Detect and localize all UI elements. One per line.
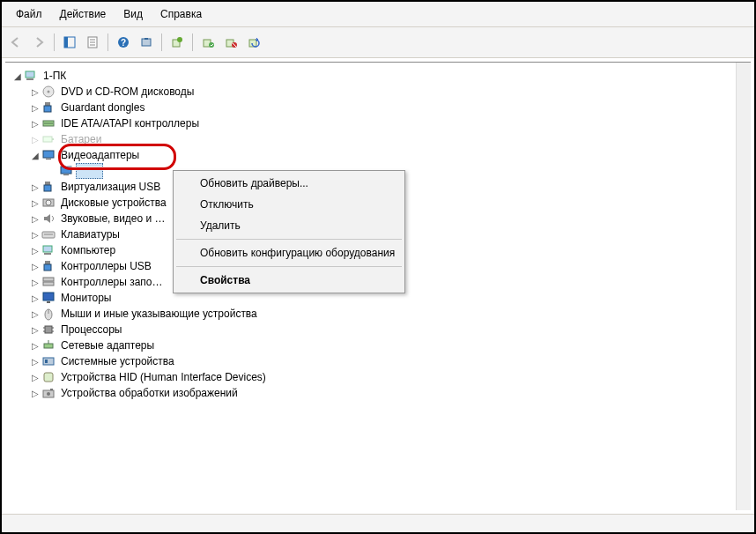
vertical-scrollbar[interactable] (736, 63, 751, 510)
show-hide-tree-button[interactable] (59, 32, 80, 53)
expand-icon[interactable]: ▷ (30, 214, 40, 224)
ctx-separator (176, 239, 402, 240)
node-label: Устройства обработки изображений (58, 386, 241, 400)
tree-node[interactable]: ▷Мыши и иные указывающие устройства (30, 306, 749, 322)
svg-rect-39 (44, 264, 51, 271)
storage-icon (41, 275, 56, 289)
svg-rect-30 (45, 182, 50, 185)
expand-icon[interactable]: ▷ (30, 293, 40, 303)
tree-node[interactable]: ▷IDE ATA/ATAPI контроллеры (30, 115, 749, 131)
ctx-refresh-config[interactable]: Обновить конфигурацию оборудования (175, 242, 403, 263)
node-label: Guardant dongles (58, 100, 147, 115)
svg-rect-37 (44, 253, 51, 255)
back-button (5, 32, 26, 53)
monitor-icon (41, 291, 56, 305)
node-label: Контроллеры USB (58, 259, 154, 273)
svg-point-57 (47, 392, 50, 396)
toolbar-separator (161, 33, 162, 51)
expand-icon[interactable]: ▷ (30, 325, 40, 335)
svg-rect-29 (63, 174, 69, 175)
enable-button[interactable] (243, 32, 264, 53)
expand-icon[interactable]: ▷ (30, 262, 40, 271)
expand-icon[interactable]: ▷ (30, 119, 40, 129)
menubar: Файл Действие Вид Справка (2, 2, 754, 27)
menu-view[interactable]: Вид (115, 5, 152, 23)
svg-rect-54 (45, 360, 48, 363)
menu-help[interactable]: Справка (152, 5, 211, 23)
tree-node[interactable]: ▷Guardant dongles (30, 100, 749, 115)
tree-node[interactable]: ▷Устройства обработки изображений (30, 385, 749, 401)
expand-icon[interactable]: ▷ (30, 198, 40, 208)
toolbar-separator (192, 33, 193, 51)
tree-node[interactable]: ◢Видеоадаптеры (30, 147, 749, 163)
expand-icon[interactable]: ▷ (30, 135, 40, 145)
svg-rect-25 (52, 138, 54, 140)
expand-icon[interactable]: ◢ (30, 151, 40, 160)
node-label: Контроллеры запо… (58, 275, 166, 289)
tree-node[interactable]: ▷Батареи (30, 131, 749, 147)
menu-file[interactable]: Файл (7, 5, 51, 23)
svg-rect-31 (44, 185, 51, 191)
svg-rect-53 (43, 358, 54, 365)
node-label: Процессоры (58, 323, 125, 337)
uninstall-button[interactable] (197, 32, 219, 53)
node-label: DVD и CD-ROM дисководы (58, 85, 196, 99)
toolbar: ? (2, 27, 754, 58)
expand-icon[interactable]: ▷ (30, 373, 40, 382)
svg-rect-42 (43, 293, 54, 300)
tree-root[interactable]: ◢1-ПК (12, 68, 749, 84)
expand-icon[interactable]: ▷ (30, 309, 40, 319)
update-driver-button[interactable] (167, 32, 188, 53)
ctx-disable[interactable]: Отключить (175, 194, 403, 215)
tree-node[interactable]: ▷Сетевые адаптеры (30, 337, 749, 353)
svg-point-33 (46, 200, 51, 205)
node-label: Клавиатуры (58, 227, 122, 241)
ide-icon (41, 116, 56, 130)
expand-icon[interactable]: ▷ (30, 278, 40, 287)
disc-icon (41, 85, 56, 99)
node-label: Видеоадаптеры (58, 148, 142, 162)
expand-icon[interactable]: ▷ (30, 389, 40, 398)
node-label: Мыши и иные указывающие устройства (58, 307, 260, 321)
svg-rect-58 (50, 389, 53, 390)
tree-node[interactable]: ▷Устройства HID (Human Interface Devices… (30, 369, 749, 385)
node-label (76, 163, 103, 179)
imaging-icon (41, 386, 56, 400)
help-button[interactable]: ? (113, 32, 134, 53)
expand-icon[interactable]: ▷ (30, 87, 40, 97)
svg-rect-36 (43, 246, 52, 252)
svg-rect-27 (46, 159, 51, 159)
display-icon (59, 164, 73, 178)
menu-action[interactable]: Действие (51, 5, 115, 23)
expand-icon[interactable]: ▷ (30, 182, 40, 192)
tree-node[interactable]: ▷Системные устройства (30, 353, 749, 369)
statusbar (2, 514, 754, 532)
disable-button[interactable] (220, 32, 241, 53)
tree-node[interactable]: ▷DVD и CD-ROM дисководы (30, 84, 749, 100)
system-icon (41, 354, 56, 368)
ctx-remove[interactable]: Удалить (175, 215, 403, 236)
properties-button[interactable] (82, 32, 103, 53)
ctx-update-drivers[interactable]: Обновить драйверы... (175, 173, 403, 194)
svg-rect-51 (44, 344, 53, 348)
expand-icon[interactable]: ▷ (30, 341, 40, 351)
svg-rect-20 (45, 102, 50, 106)
computer-icon (41, 243, 56, 257)
node-label: Устройства HID (Human Interface Devices) (58, 370, 269, 384)
keyboard-icon (41, 227, 56, 241)
scan-button[interactable] (136, 32, 157, 53)
tree-node[interactable]: ▷Процессоры (30, 322, 749, 337)
expand-icon[interactable]: ▷ (30, 357, 40, 367)
collapse-icon[interactable]: ◢ (12, 71, 22, 81)
ctx-properties[interactable]: Свойства (175, 270, 403, 291)
expand-icon[interactable]: ▷ (30, 230, 40, 240)
hdd-icon (41, 196, 56, 210)
expand-icon[interactable]: ▷ (30, 246, 40, 256)
node-label: IDE ATA/ATAPI контроллеры (58, 116, 202, 130)
svg-rect-24 (43, 137, 52, 142)
expand-icon[interactable]: ▷ (30, 103, 40, 113)
node-label: Дисковые устройства (58, 196, 169, 210)
display-icon (41, 148, 56, 162)
svg-rect-16 (26, 71, 34, 78)
svg-rect-55 (44, 373, 53, 382)
